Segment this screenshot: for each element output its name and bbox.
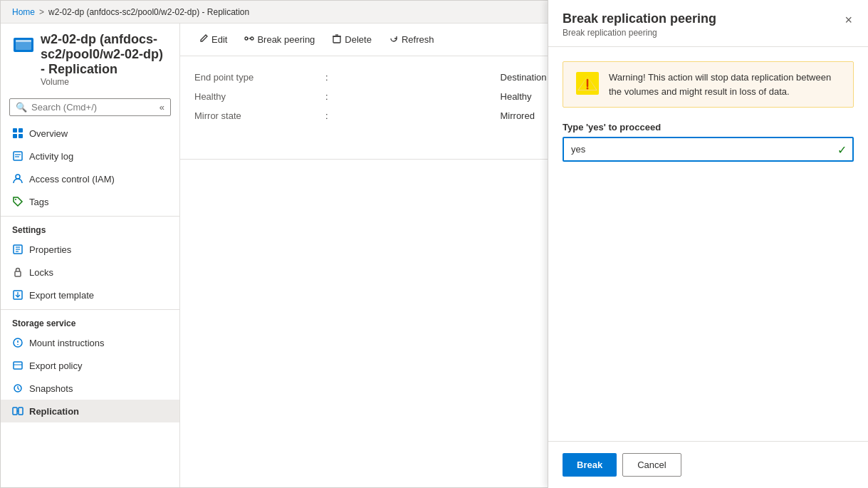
svg-point-37 <box>587 88 589 90</box>
resource-title: w2-02-dp (anfdocs-sc2/pool0/w2-02-dp) - … <box>41 32 168 77</box>
break-button[interactable]: Break <box>563 453 617 477</box>
svg-point-10 <box>16 175 20 179</box>
sidebar-item-label-locks: Locks <box>29 267 53 278</box>
replication-icon <box>12 405 23 417</box>
edit-icon <box>199 33 209 46</box>
sidebar-item-overview[interactable]: Overview <box>1 122 179 145</box>
panel-close-button[interactable]: × <box>843 11 854 29</box>
sidebar-navigation: Overview Activity log <box>1 122 179 487</box>
panel-body: Warning! This action will stop data repl… <box>548 47 868 441</box>
sidebar-item-properties[interactable]: Properties <box>1 238 179 261</box>
search-input[interactable] <box>31 102 155 113</box>
svg-rect-25 <box>13 407 17 415</box>
yes-input[interactable] <box>563 137 854 162</box>
search-icon: 🔍 <box>16 102 27 113</box>
mirror-label: Mirror state <box>194 106 323 125</box>
svg-rect-7 <box>14 152 22 160</box>
yes-input-section: Type 'yes' to procceed ✓ <box>563 122 854 162</box>
storage-section-label: Storage service <box>1 309 179 331</box>
panel-footer: Break Cancel <box>548 441 868 488</box>
collapse-icon[interactable]: « <box>160 102 164 113</box>
sidebar-item-export-template[interactable]: Export template <box>1 284 179 306</box>
svg-rect-26 <box>19 407 23 415</box>
tags-icon <box>12 196 23 207</box>
svg-rect-5 <box>13 134 17 138</box>
sidebar-item-snapshots[interactable]: Snapshots <box>1 377 179 400</box>
svg-rect-16 <box>15 271 21 276</box>
activity-icon <box>12 150 23 162</box>
sidebar-item-locks[interactable]: Locks <box>1 261 179 284</box>
refresh-button[interactable]: Refresh <box>382 29 441 50</box>
warning-box: Warning! This action will stop data repl… <box>563 61 854 108</box>
sidebar-item-activity-log[interactable]: Activity log <box>1 145 179 167</box>
overview-icon <box>12 128 23 139</box>
svg-rect-30 <box>333 36 340 43</box>
locks-icon <box>12 266 23 278</box>
resource-icon <box>12 33 35 56</box>
delete-icon <box>332 33 342 46</box>
sidebar-item-replication[interactable]: Replication <box>1 400 179 422</box>
sidebar-item-label-activity-log: Activity log <box>29 151 73 162</box>
break-peering-icon <box>244 33 254 46</box>
sidebar-item-label-replication: Replication <box>29 406 79 417</box>
svg-point-28 <box>245 37 248 40</box>
break-peering-button[interactable]: Break peering <box>237 29 322 50</box>
warning-icon <box>575 71 600 98</box>
export-policy-icon <box>12 360 23 371</box>
mount-icon <box>12 337 23 348</box>
breadcrumb-current: w2-02-dp (anfdocs-sc2/pool0/w2-02-dp) - … <box>48 7 249 17</box>
svg-rect-4 <box>19 128 23 133</box>
checkmark-icon: ✓ <box>837 142 847 156</box>
sidebar-item-label-access: Access control (IAM) <box>29 174 115 185</box>
export-template-icon <box>12 289 23 301</box>
endpoint-label: End point type <box>194 68 323 87</box>
edit-button[interactable]: Edit <box>192 29 234 50</box>
sidebar-item-label-overview: Overview <box>29 128 68 139</box>
input-label: Type 'yes' to procceed <box>563 122 854 133</box>
sidebar-item-label-mount: Mount instructions <box>29 338 105 348</box>
search-box[interactable]: 🔍 « <box>9 98 171 116</box>
sidebar-item-export-policy[interactable]: Export policy <box>1 354 179 377</box>
resource-subtitle: Volume <box>41 77 168 87</box>
svg-rect-6 <box>19 134 23 138</box>
panel-title: Break replication peering <box>563 11 716 26</box>
sidebar-resource-header: w2-02-dp (anfdocs-sc2/pool0/w2-02-dp) - … <box>1 24 179 93</box>
sidebar-item-mount-instructions[interactable]: Mount instructions <box>1 331 179 354</box>
sidebar-item-label-tags: Tags <box>29 197 48 207</box>
svg-point-29 <box>251 37 253 40</box>
sidebar-item-tags[interactable]: Tags <box>1 190 179 213</box>
svg-rect-22 <box>14 362 22 369</box>
sidebar-item-label-export-template: Export template <box>29 290 94 301</box>
panel-subtitle: Break replication peering <box>563 28 716 38</box>
warning-text: Warning! This action will stop data repl… <box>609 71 842 98</box>
sidebar-item-label-export-policy: Export policy <box>29 360 82 371</box>
breadcrumb-home[interactable]: Home <box>12 7 35 17</box>
svg-point-11 <box>15 199 16 200</box>
healthy-label: Healthy <box>194 87 323 106</box>
sidebar-item-label-properties: Properties <box>29 244 71 255</box>
svg-rect-2 <box>16 40 31 42</box>
snapshots-icon <box>12 383 23 394</box>
svg-point-21 <box>17 344 19 346</box>
breadcrumb-sep1: > <box>39 7 44 17</box>
sidebar: w2-02-dp (anfdocs-sc2/pool0/w2-02-dp) - … <box>1 24 180 487</box>
sidebar-item-label-snapshots: Snapshots <box>29 383 73 394</box>
break-replication-panel: Break replication peering Break replicat… <box>548 0 868 488</box>
access-icon <box>12 173 23 185</box>
settings-section-label: Settings <box>1 216 179 238</box>
input-wrapper: ✓ <box>563 137 854 162</box>
svg-rect-3 <box>13 128 17 133</box>
delete-button[interactable]: Delete <box>325 29 379 50</box>
refresh-icon <box>389 33 399 46</box>
sidebar-item-access-control[interactable]: Access control (IAM) <box>1 167 179 190</box>
panel-header: Break replication peering Break replicat… <box>548 0 868 47</box>
properties-icon <box>12 244 23 255</box>
cancel-button[interactable]: Cancel <box>622 453 681 477</box>
